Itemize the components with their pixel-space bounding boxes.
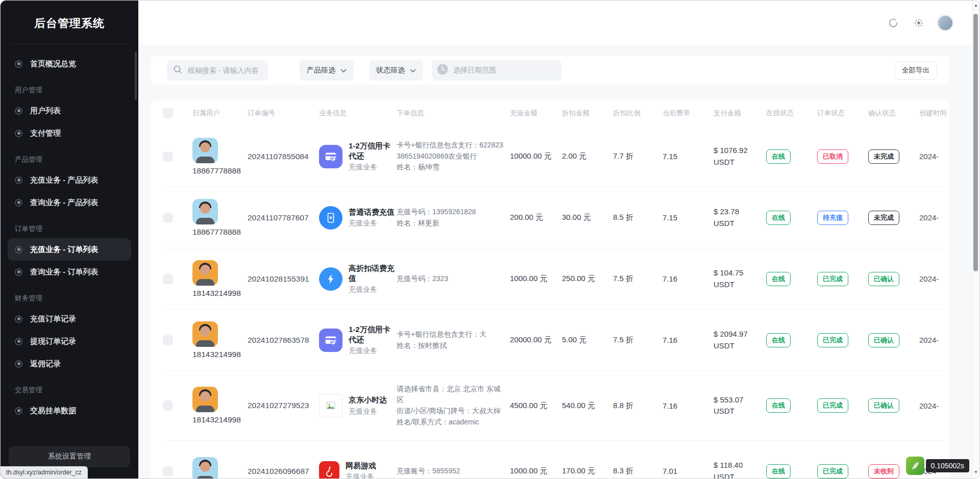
cell-online-status: 在线 bbox=[766, 398, 817, 413]
row-checkbox[interactable] bbox=[163, 213, 173, 223]
business-name: 普通话费充值 bbox=[349, 207, 395, 217]
business-category: 充值业务 bbox=[349, 285, 396, 294]
date-range-picker[interactable]: 选择日期范围 bbox=[432, 60, 561, 81]
cell-checkbox bbox=[163, 213, 192, 223]
image-placeholder-icon bbox=[319, 394, 342, 417]
search-input[interactable] bbox=[187, 66, 262, 75]
leaf-extension-icon[interactable] bbox=[906, 457, 924, 475]
cell-confirm-status: 已确认 bbox=[868, 272, 919, 286]
cell-online-status: 在线 bbox=[766, 211, 817, 225]
row-checkbox[interactable] bbox=[163, 335, 173, 345]
menu-bullet-icon bbox=[15, 107, 22, 115]
cell-order-info: 卡号+银行信息包含支行：6228233865194020869农业银行姓名：杨坤… bbox=[397, 140, 510, 173]
row-checkbox[interactable] bbox=[163, 274, 173, 284]
cell-order-no: 20241026096687 bbox=[248, 467, 319, 476]
sidebar-scrollbar[interactable] bbox=[135, 52, 137, 100]
status-filter-select[interactable]: 状态筛选 bbox=[369, 60, 423, 81]
cell-pay-amount: $ 2094.97USDT bbox=[714, 329, 766, 351]
sidebar-item-link[interactable]: 交易挂单数据 bbox=[8, 399, 131, 422]
export-all-button[interactable]: 全部导出 bbox=[894, 61, 937, 80]
select-all-checkbox[interactable] bbox=[163, 108, 173, 118]
recharge-amount-value: 1000.00 元 bbox=[510, 273, 547, 285]
system-settings-button[interactable]: 系统设置管理 bbox=[9, 446, 130, 467]
page-scrollbar[interactable]: ▲ ▼ bbox=[972, 1, 979, 478]
row-checkbox[interactable] bbox=[163, 152, 173, 162]
app-title: 后台管理系统 bbox=[1, 1, 138, 31]
cell-user: 18867778888 bbox=[192, 199, 248, 237]
order-info-line: 姓名：杨坤雪 bbox=[397, 162, 504, 173]
scroll-up-arrow[interactable]: ▲ bbox=[974, 3, 978, 8]
business-labels: 普通话费充值充值业务 bbox=[349, 207, 395, 228]
sidebar-group-label: 产品管理 bbox=[8, 144, 131, 169]
cell-user: 18143214998 bbox=[192, 260, 248, 298]
cell-user: 18867778888 bbox=[192, 138, 248, 175]
cell-order-info: 卡号+银行信息包含支行：大姓名：按时擦拭 bbox=[397, 329, 510, 351]
product-filter-select[interactable]: 产品筛选 bbox=[300, 60, 354, 81]
sidebar-item-link[interactable]: 首页概况总览 bbox=[8, 53, 131, 75]
theme-sun-icon[interactable] bbox=[913, 17, 925, 29]
row-checkbox[interactable] bbox=[163, 466, 173, 476]
table-row: 18867778888202411078550841-2万信用卡代还充值业务卡号… bbox=[163, 126, 949, 187]
sidebar-item-link[interactable]: 用户列表 bbox=[8, 99, 131, 122]
column-header: 在线状态 bbox=[766, 109, 817, 118]
sidebar-item-link[interactable]: 充值订单记录 bbox=[8, 308, 131, 330]
sidebar-item-active[interactable]: 充值业务 - 订单列表 bbox=[8, 238, 131, 261]
sidebar-item-label: 返佣记录 bbox=[30, 359, 61, 369]
sidebar-group-label: 订单管理 bbox=[8, 214, 131, 238]
pay-currency: USDT bbox=[714, 279, 766, 291]
cell-order-info: 充值账号：5855952 bbox=[397, 466, 510, 477]
cell-discount-ratio: 8.5 折 bbox=[613, 213, 663, 222]
sidebar-item-link[interactable]: 返佣记录 bbox=[8, 352, 131, 375]
cell-order-no: 20241107787607 bbox=[248, 213, 319, 222]
user-avatar-photo bbox=[192, 457, 218, 479]
cell-created-time: 2024- bbox=[919, 336, 949, 344]
sidebar-item-link[interactable]: 充值业务 - 产品列表 bbox=[8, 169, 131, 191]
pay-currency: USDT bbox=[714, 340, 766, 352]
sidebar-item-label: 充值业务 - 订单列表 bbox=[30, 245, 98, 255]
cell-current-rate: 7.16 bbox=[663, 401, 714, 410]
cell-user bbox=[192, 457, 248, 479]
user-phone: 18867778888 bbox=[192, 228, 241, 237]
cell-checkbox bbox=[163, 152, 192, 162]
cell-discount-ratio: 7.7 折 bbox=[613, 152, 663, 161]
row-checkbox[interactable] bbox=[163, 400, 173, 411]
cell-discount-amount: 30.00 元 bbox=[562, 213, 613, 222]
cell-order-info: 充值号码：13959261828姓名：林更新 bbox=[397, 207, 510, 229]
cell-pay-amount: $ 118.40USDT bbox=[714, 460, 766, 479]
cell-business: 1-2万信用卡代还充值业务 bbox=[319, 324, 397, 356]
netease-game-icon bbox=[319, 461, 339, 479]
user-phone: 18143214998 bbox=[192, 289, 241, 298]
order-info-line: 街道/小区/商场门牌号：大叔大婶 bbox=[397, 406, 504, 417]
cell-business: 1-2万信用卡代还充值业务 bbox=[319, 141, 397, 172]
scroll-down-arrow[interactable]: ▼ bbox=[974, 470, 978, 474]
cell-order-status: 已完成 bbox=[817, 398, 868, 413]
cell-confirm-status: 已确认 bbox=[868, 333, 919, 347]
sidebar-item-link[interactable]: 支付管理 bbox=[8, 122, 131, 144]
recharge-amount-value: 10000.00 元 bbox=[510, 150, 552, 162]
pay-amount: $ 104.75 bbox=[714, 267, 766, 279]
sidebar-item-link[interactable]: 查询业务 - 产品列表 bbox=[8, 191, 131, 214]
user-avatar-photo bbox=[192, 199, 218, 224]
status-badge: 在线 bbox=[766, 333, 791, 347]
table-body: 18867778888202411078550841-2万信用卡代还充值业务卡号… bbox=[163, 126, 949, 479]
status-badge: 未完成 bbox=[868, 211, 899, 225]
cell-online-status: 在线 bbox=[766, 149, 817, 164]
sidebar-item-link[interactable]: 提现订单记录 bbox=[8, 330, 131, 352]
user-phone: 18867778888 bbox=[192, 166, 241, 175]
cell-recharge-amount: 20000.00 元 bbox=[510, 334, 562, 346]
refresh-icon[interactable] bbox=[887, 17, 899, 29]
sidebar-item-label: 充值订单记录 bbox=[30, 314, 76, 324]
filter-toolbar: 产品筛选 状态筛选 选择日期范围 全部导出 bbox=[151, 56, 949, 85]
column-header: 支付金额 bbox=[714, 109, 766, 118]
scrollbar-thumb[interactable] bbox=[973, 14, 978, 271]
user-avatar[interactable] bbox=[938, 16, 952, 30]
status-badge: 在线 bbox=[766, 272, 791, 286]
business-category: 充值业务 bbox=[349, 346, 396, 356]
business-name: 1-2万信用卡代还 bbox=[349, 141, 396, 162]
search-box[interactable] bbox=[167, 60, 268, 81]
business-labels: 京东小时达充值业务 bbox=[349, 395, 387, 416]
cell-user: 18143214998 bbox=[192, 387, 248, 424]
sidebar-item-link[interactable]: 查询业务 - 订单列表 bbox=[8, 261, 131, 283]
main-area: 产品筛选 状态筛选 选择日期范围 全部导出 bbox=[138, 1, 972, 478]
business-category: 充值业务 bbox=[349, 407, 387, 416]
